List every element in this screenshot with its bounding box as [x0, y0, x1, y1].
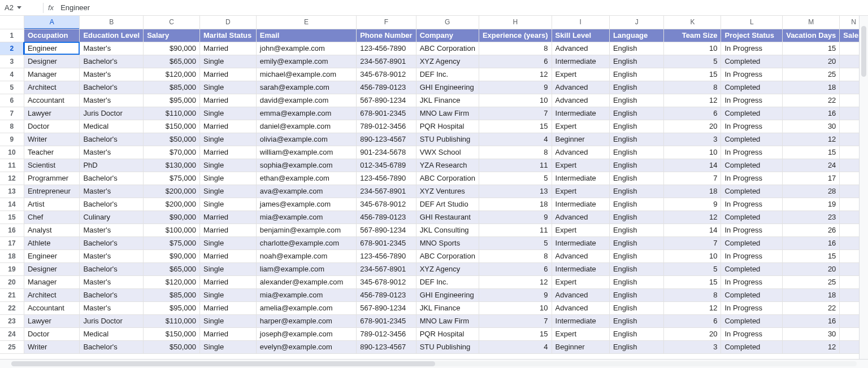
cell[interactable]: Completed — [721, 211, 783, 224]
cell[interactable]: Married — [200, 275, 257, 288]
cell[interactable]: Accountant — [24, 301, 80, 314]
cell[interactable]: PQR Hospital — [416, 120, 479, 133]
cell[interactable]: $90,000 — [144, 249, 200, 262]
column-header-M[interactable]: M — [783, 16, 840, 29]
cell[interactable]: Single — [200, 236, 257, 249]
cell[interactable]: 234-567-8901 — [357, 185, 416, 198]
cell[interactable]: Completed — [721, 159, 783, 172]
cell[interactable]: $85,000 — [144, 81, 200, 94]
cell[interactable]: Engineer — [24, 249, 80, 262]
cell[interactable]: $50,000 — [144, 133, 200, 146]
cell[interactable]: In Progress — [721, 94, 783, 107]
cell[interactable]: $65,000 — [144, 262, 200, 275]
cell[interactable]: ABC Corporation — [416, 172, 479, 185]
cell[interactable]: Advanced — [552, 249, 609, 262]
header-cell[interactable]: Language — [609, 29, 664, 42]
cell[interactable]: 8 — [479, 249, 552, 262]
cell[interactable]: Completed — [721, 107, 783, 120]
cell[interactable]: STU Publishing — [416, 340, 479, 353]
cell[interactable]: Expert — [552, 120, 609, 133]
cell[interactable]: 678-901-2345 — [357, 107, 416, 120]
cell[interactable]: mia@example.com — [256, 211, 356, 224]
cell[interactable]: English — [609, 55, 664, 68]
cell[interactable]: daniel@example.com — [256, 120, 356, 133]
cell[interactable]: 20 — [664, 327, 721, 340]
cell[interactable]: STU Publishing — [416, 133, 479, 146]
horizontal-scrollbar[interactable] — [0, 359, 868, 368]
cell[interactable]: In Progress — [721, 327, 783, 340]
cell[interactable]: Completed — [721, 133, 783, 146]
cell[interactable]: Single — [200, 185, 257, 198]
cell[interactable]: Advanced — [552, 146, 609, 159]
cell[interactable]: Engineer — [24, 42, 80, 55]
cell[interactable]: Medical — [80, 120, 144, 133]
cell[interactable]: Completed — [721, 340, 783, 353]
cell[interactable]: Single — [200, 288, 257, 301]
cell[interactable]: $95,000 — [144, 301, 200, 314]
cell[interactable]: 14 — [664, 224, 721, 236]
cell[interactable]: Intermediate — [552, 107, 609, 120]
row-header[interactable]: 24 — [0, 327, 24, 340]
cell[interactable]: Lawyer — [24, 314, 80, 327]
cell[interactable]: Programmer — [24, 172, 80, 185]
header-cell[interactable]: Experience (years) — [479, 29, 552, 42]
cell[interactable]: 789-012-3456 — [357, 327, 416, 340]
cell[interactable]: DEF Inc. — [416, 275, 479, 288]
cell[interactable]: GHI Restaurant — [416, 211, 479, 224]
cell[interactable]: 28 — [783, 185, 840, 198]
cell[interactable]: English — [609, 236, 664, 249]
name-box[interactable]: A2 — [5, 3, 38, 12]
cell[interactable]: 15 — [783, 146, 840, 159]
cell[interactable]: English — [609, 146, 664, 159]
cell[interactable]: Manager — [24, 275, 80, 288]
cell[interactable]: sarah@example.com — [256, 81, 356, 94]
cell[interactable]: Bachelor's — [80, 81, 144, 94]
cell[interactable]: 890-123-4567 — [357, 340, 416, 353]
cell[interactable]: Bachelor's — [80, 55, 144, 68]
cell[interactable]: Completed — [721, 236, 783, 249]
cell[interactable]: 12 — [664, 301, 721, 314]
cell[interactable]: 16 — [783, 107, 840, 120]
cell[interactable]: Single — [200, 133, 257, 146]
column-header-E[interactable]: E — [256, 16, 356, 29]
cell[interactable]: JKL Finance — [416, 301, 479, 314]
cell[interactable]: 12 — [783, 340, 840, 353]
formula-input[interactable]: Engineer — [58, 3, 863, 12]
row-header[interactable]: 22 — [0, 301, 24, 314]
cell[interactable]: Expert — [552, 224, 609, 236]
cell[interactable]: Completed — [721, 314, 783, 327]
cell[interactable]: Analyst — [24, 224, 80, 236]
row-header[interactable]: 20 — [0, 275, 24, 288]
scrollbar-thumb[interactable] — [861, 26, 866, 77]
cell[interactable]: Medical — [80, 327, 144, 340]
cell[interactable]: Married — [200, 224, 257, 236]
cell[interactable]: olivia@example.com — [256, 133, 356, 146]
cell[interactable]: JKL Finance — [416, 94, 479, 107]
cell[interactable]: Single — [200, 198, 257, 211]
cell[interactable]: $75,000 — [144, 172, 200, 185]
cell[interactable]: Single — [200, 172, 257, 185]
cell[interactable]: 789-012-3456 — [357, 120, 416, 133]
header-cell[interactable]: Phone Number — [357, 29, 416, 42]
cell[interactable]: GHI Engineering — [416, 288, 479, 301]
cell[interactable]: Expert — [552, 159, 609, 172]
cell[interactable]: 123-456-7890 — [357, 42, 416, 55]
cell[interactable]: Single — [200, 159, 257, 172]
cell[interactable]: In Progress — [721, 146, 783, 159]
cell[interactable]: Married — [200, 249, 257, 262]
cell[interactable]: 16 — [783, 314, 840, 327]
row-header[interactable]: 18 — [0, 249, 24, 262]
cell[interactable]: $150,000 — [144, 327, 200, 340]
cell[interactable]: DEF Art Studio — [416, 198, 479, 211]
cell[interactable]: English — [609, 288, 664, 301]
cell[interactable]: English — [609, 301, 664, 314]
cell[interactable]: 456-789-0123 — [357, 211, 416, 224]
cell[interactable]: 12 — [479, 68, 552, 81]
cell[interactable]: Married — [200, 301, 257, 314]
cell[interactable]: Advanced — [552, 42, 609, 55]
cell[interactable]: david@example.com — [256, 94, 356, 107]
column-header-L[interactable]: L — [721, 16, 783, 29]
header-cell[interactable]: Skill Level — [552, 29, 609, 42]
cell[interactable]: 23 — [783, 211, 840, 224]
cell[interactable]: English — [609, 107, 664, 120]
